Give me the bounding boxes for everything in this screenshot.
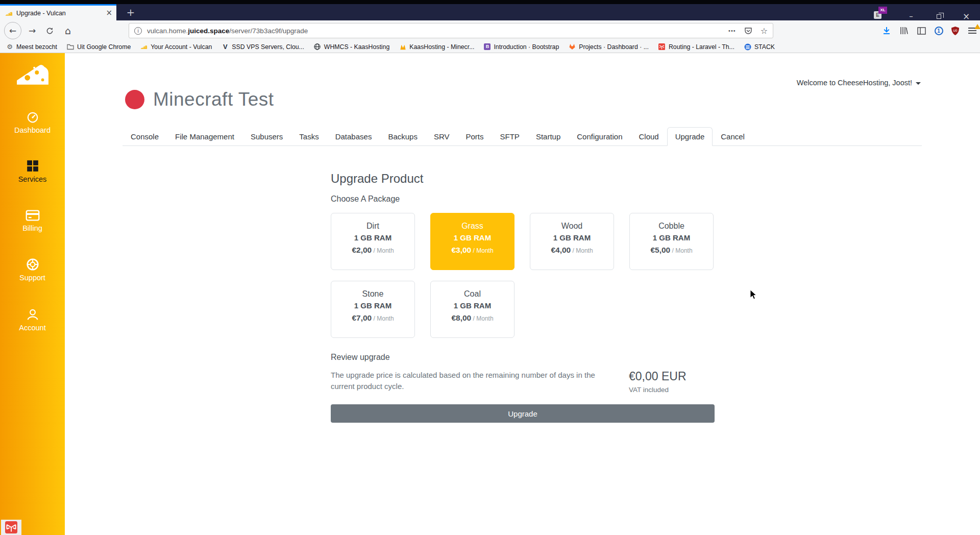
package-period: / Month xyxy=(670,247,692,254)
bookmark-label: SSD VPS Servers, Clou... xyxy=(232,43,304,51)
tab-databases[interactable]: Databases xyxy=(327,127,380,146)
server-status-indicator xyxy=(125,90,144,109)
person-icon xyxy=(26,308,39,321)
url-path: /server/73b3ac9f/upgrade xyxy=(229,27,308,35)
tab-subusers[interactable]: Subusers xyxy=(242,127,291,146)
onepassword-icon[interactable]: 1 xyxy=(931,20,946,41)
review-heading: Review upgrade xyxy=(331,353,715,362)
browser-tab[interactable]: Upgrade - Vulcan × xyxy=(0,4,116,20)
svg-text:U0: U0 xyxy=(953,29,957,32)
package-card-dirt[interactable]: Dirt 1 GB RAM €2,00 / Month xyxy=(331,213,415,270)
bootstrap-icon: B xyxy=(484,43,491,50)
cheesehosting-logo[interactable] xyxy=(0,60,65,88)
package-name: Coal xyxy=(431,289,514,299)
sidebar-item-label: Account xyxy=(0,324,65,332)
tab-console[interactable]: Console xyxy=(122,127,167,146)
package-name: Grass xyxy=(431,222,514,231)
tab-upgrade[interactable]: Upgrade xyxy=(667,127,713,146)
sidebar-item-services[interactable]: Services xyxy=(0,159,65,183)
page-title: Minecraft Test xyxy=(153,89,274,110)
upgrade-price: €0,00 EUR xyxy=(629,370,715,383)
downloads-button[interactable] xyxy=(879,20,894,41)
bookmark-label: KaasHosting - Minecr... xyxy=(409,43,474,51)
package-card-grass[interactable]: Grass 1 GB RAM €3,00 / Month xyxy=(430,213,514,270)
folder-icon xyxy=(67,43,74,51)
package-price: €4,00 xyxy=(551,246,571,254)
package-card-stone[interactable]: Stone 1 GB RAM €7,00 / Month xyxy=(331,281,415,338)
bookmark-star-icon[interactable]: ☆ xyxy=(761,26,768,36)
excel-xl-glyph: XL xyxy=(878,7,887,14)
package-period: / Month xyxy=(372,315,394,322)
package-card-coal[interactable]: Coal 1 GB RAM €8,00 / Month xyxy=(430,281,514,338)
tab-configuration[interactable]: Configuration xyxy=(569,127,630,146)
bookmark-kaashosting-minecraft[interactable]: KaasHosting - Minecr... xyxy=(399,43,474,51)
flame-icon xyxy=(399,43,406,51)
package-card-cobble[interactable]: Cobble 1 GB RAM €5,00 / Month xyxy=(629,213,714,270)
tab-sftp[interactable]: SFTP xyxy=(492,127,528,146)
review-row: The upgrade price is calculated based on… xyxy=(331,370,715,394)
review-price-block: €0,00 EUR VAT included xyxy=(629,370,715,394)
tab-startup[interactable]: Startup xyxy=(528,127,569,146)
sidebar-item-dashboard[interactable]: Dashboard xyxy=(0,110,65,134)
cheese-icon xyxy=(140,43,148,51)
bookmarks-bar: ⚙Meest bezocht Uit Google Chrome Your Ac… xyxy=(0,41,980,53)
page-actions-icon[interactable]: ••• xyxy=(728,28,736,34)
url-bar[interactable]: i vulcan.home.juiced.space/server/73b3ac… xyxy=(129,23,773,38)
tab-backups[interactable]: Backups xyxy=(380,127,426,146)
tab-file-management[interactable]: File Management xyxy=(167,127,242,146)
excel-extension-icon: E XL xyxy=(874,7,887,19)
home-button[interactable]: ⌂ xyxy=(60,20,76,41)
package-ram: 1 GB RAM xyxy=(331,233,414,242)
menu-button[interactable] xyxy=(965,20,980,41)
bookmark-label: Meest bezocht xyxy=(16,43,57,51)
bookmark-introduction-bootstrap[interactable]: BIntroduction · Bootstrap xyxy=(484,43,559,51)
back-button[interactable]: ← xyxy=(4,22,21,39)
tab-tasks[interactable]: Tasks xyxy=(291,127,327,146)
bookmark-meest-bezocht[interactable]: ⚙Meest bezocht xyxy=(6,43,57,51)
sidebar-item-billing[interactable]: Billing xyxy=(0,209,65,232)
vat-note: VAT included xyxy=(629,386,715,394)
url-prefix: vulcan.home. xyxy=(147,27,188,35)
ublock-icon[interactable]: U0 xyxy=(947,20,963,41)
tab-srv[interactable]: SRV xyxy=(426,127,458,146)
account-dropdown[interactable]: Welcome to CheeseHosting, Joost! xyxy=(797,79,921,87)
sidebar-toggle-button[interactable] xyxy=(914,20,929,41)
page-content: Welcome to CheeseHosting, Joost! Minecra… xyxy=(65,53,980,535)
bookmark-stack[interactable]: STACK xyxy=(744,43,775,51)
pocket-icon[interactable] xyxy=(744,27,752,35)
bookmark-label: STACK xyxy=(754,43,775,51)
package-price: €3,00 xyxy=(451,246,471,254)
sidebar-item-support[interactable]: Support xyxy=(0,258,65,282)
site-info-icon[interactable]: i xyxy=(134,27,142,35)
package-price: €8,00 xyxy=(451,313,471,322)
sidebar-item-label: Billing xyxy=(0,224,65,232)
tab-close-icon[interactable]: × xyxy=(106,9,112,17)
bookmark-projects-dashboard[interactable]: Projects · Dashboard · ... xyxy=(569,43,649,51)
tab-ports[interactable]: Ports xyxy=(458,127,492,146)
forward-button[interactable]: → xyxy=(24,20,40,41)
sidebar-item-account[interactable]: Account xyxy=(0,308,65,332)
url-domain: juiced.space xyxy=(188,27,229,35)
bookmark-uit-google-chrome[interactable]: Uit Google Chrome xyxy=(67,43,131,51)
bookmark-routing-laravel[interactable]: Routing - Laravel - Th... xyxy=(658,43,734,51)
bookmark-ssd-vps-servers[interactable]: VSSD VPS Servers, Clou... xyxy=(222,43,304,51)
bookmark-label: Routing - Laravel - Th... xyxy=(669,43,734,51)
new-tab-button[interactable]: + xyxy=(121,4,140,20)
tab-cloud[interactable]: Cloud xyxy=(630,127,667,146)
choose-package-label: Choose A Package xyxy=(331,194,715,204)
gitlab-fox-icon xyxy=(569,43,576,51)
package-name: Stone xyxy=(331,289,414,299)
stack-icon xyxy=(744,43,751,51)
tab-cancel[interactable]: Cancel xyxy=(713,127,753,146)
package-card-wood[interactable]: Wood 1 GB RAM €4,00 / Month xyxy=(530,213,614,270)
bookmark-your-account-vulcan[interactable]: Your Account - Vulcan xyxy=(140,43,212,51)
browser-toolbar: ← → ⌂ i vulcan.home.juiced.space/server/… xyxy=(0,20,980,41)
reload-button[interactable] xyxy=(42,20,57,41)
floating-laravel-badge xyxy=(1,520,21,535)
library-button[interactable] xyxy=(896,20,912,41)
laravel-icon xyxy=(5,521,17,533)
upgrade-button[interactable]: Upgrade xyxy=(331,404,715,423)
package-price: €2,00 xyxy=(352,246,372,254)
vultr-icon: V xyxy=(222,43,229,51)
bookmark-whmcs-kaashosting[interactable]: WHMCS - KaasHosting xyxy=(314,43,389,51)
